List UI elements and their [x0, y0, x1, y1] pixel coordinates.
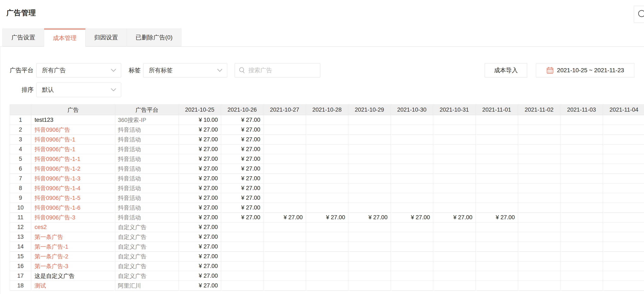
ad-name-link[interactable]: 抖音0906广告-1-6 [34, 205, 80, 211]
tab-4[interactable]: 已删除广告(0) [127, 29, 181, 46]
cost-cell [264, 154, 306, 164]
cost-cell [560, 242, 603, 252]
table-row: 7抖音0906广告-1-3抖音活动¥ 27.00¥ 27.00 [10, 174, 644, 183]
ad-platform-cell: 自定义广告 [116, 271, 178, 281]
ad-name-link[interactable]: 抖音0906广告-1-2 [34, 166, 80, 172]
row-index: 12 [10, 222, 31, 232]
cost-cell: ¥ 27.00 [178, 164, 221, 174]
cost-cell [476, 261, 518, 271]
ad-name-link[interactable]: 测试 [34, 283, 46, 289]
ad-name-cell: 抖音0906广告-3 [31, 213, 116, 222]
tab-1[interactable]: 广告设置 [2, 29, 44, 46]
cost-cell [391, 183, 433, 193]
row-index: 13 [10, 232, 31, 242]
cost-cell [560, 145, 603, 154]
ad-name-link[interactable]: 抖音0906广告 [34, 127, 70, 133]
cost-cell [348, 164, 391, 174]
cost-cell [306, 242, 348, 252]
tag-select[interactable]: 所有标签 [143, 63, 228, 78]
cost-cell [518, 174, 560, 183]
cost-cell [560, 164, 603, 174]
row-index: 2 [10, 125, 31, 135]
ad-name-cell: 抖音0906广告-1-3 [31, 174, 116, 183]
ad-platform-cell: 抖音活动 [116, 135, 178, 145]
ad-name-link[interactable]: 第一条广告-3 [34, 263, 68, 270]
ad-name-link[interactable]: 第一条广告-1 [34, 244, 68, 250]
cost-table: 广告广告平台2021-10-252021-10-262021-10-272021… [10, 104, 644, 291]
row-index: 3 [10, 135, 31, 145]
cost-cell [518, 154, 560, 164]
page-title: 广告管理 [6, 8, 36, 18]
ad-name-link[interactable]: 第一条广告-2 [34, 253, 68, 260]
cost-cell: ¥ 27.00 [178, 154, 221, 164]
cost-cell [306, 174, 348, 183]
cost-cell [518, 281, 560, 291]
cost-cell [476, 115, 518, 125]
cost-cell [348, 183, 391, 193]
cost-cell [264, 271, 306, 281]
ad-name-cell: 抖音0906广告-1-4 [31, 183, 116, 193]
cost-cell: ¥ 27.00 [221, 115, 264, 125]
row-index: 9 [10, 193, 31, 203]
ad-name-link[interactable]: 抖音0906广告-1-1 [34, 156, 80, 162]
cost-cell [306, 125, 348, 135]
row-index: 4 [10, 145, 31, 154]
cost-cell [306, 203, 348, 213]
row-index: 5 [10, 154, 31, 164]
cost-cell [603, 164, 644, 174]
ad-search-input[interactable] [248, 67, 312, 74]
global-search-button[interactable] [634, 6, 644, 23]
cost-cell [391, 193, 433, 203]
ad-search-box[interactable] [234, 63, 320, 78]
cost-cell: ¥ 27.00 [221, 145, 264, 154]
ad-name-cell: 抖音0906广告-1 [31, 145, 116, 154]
search-icon [239, 67, 246, 74]
cost-cell [264, 242, 306, 252]
platform-select[interactable]: 所有广告 [36, 63, 121, 78]
cost-cell [560, 183, 603, 193]
cost-cell: ¥ 27.00 [264, 213, 306, 222]
cost-cell [433, 183, 476, 193]
cost-cell [433, 193, 476, 203]
ad-name-link[interactable]: 抖音0906广告-3 [34, 214, 75, 221]
ad-name-link[interactable]: 第一条广告 [34, 234, 63, 240]
tab-2[interactable]: 成本管理 [44, 29, 86, 47]
cost-cell [264, 222, 306, 232]
ad-name-link[interactable]: 抖音0906广告-1-4 [34, 185, 80, 191]
ad-name-link[interactable]: 抖音0906广告-1 [34, 137, 75, 143]
cost-cell: ¥ 27.00 [178, 252, 221, 261]
ad-name-link[interactable]: 抖音0906广告-1-3 [34, 175, 80, 182]
cost-cell [518, 125, 560, 135]
cost-cell [348, 232, 391, 242]
cost-cell [348, 242, 391, 252]
cost-cell [518, 213, 560, 222]
cost-cell [433, 135, 476, 145]
cost-cell [518, 261, 560, 271]
cost-cell [306, 135, 348, 145]
cost-cell [603, 145, 644, 154]
cost-cell [306, 145, 348, 154]
cost-cell [221, 271, 264, 281]
cost-cell [603, 193, 644, 203]
date-range-picker[interactable]: 2021-10-25 ~ 2021-11-23 [536, 63, 634, 78]
row-index: 7 [10, 174, 31, 183]
column-header: 2021-10-31 [433, 105, 476, 115]
ad-name-link[interactable]: 抖音0906广告-1 [34, 146, 75, 152]
content-panel: 广告平台 所有广告 标签 所有标签 成本导入 [0, 47, 644, 294]
ad-name-link[interactable]: 抖音0906广告-1-5 [34, 195, 80, 201]
ad-name-link[interactable]: ces2 [34, 224, 47, 230]
table-header-row: 广告广告平台2021-10-252021-10-262021-10-272021… [10, 105, 644, 115]
row-index: 16 [10, 261, 31, 271]
cost-cell [518, 135, 560, 145]
cost-cell [264, 135, 306, 145]
tab-3[interactable]: 归因设置 [86, 29, 127, 46]
cost-import-button[interactable]: 成本导入 [485, 63, 527, 78]
tab-bar: 广告设置成本管理归因设置已删除广告(0) [0, 29, 644, 47]
cost-cell [433, 203, 476, 213]
sort-select[interactable]: 默认 [36, 83, 121, 97]
ad-platform-cell: 抖音活动 [116, 154, 178, 164]
column-header: 2021-10-29 [348, 105, 391, 115]
table-row: 12ces2自定义广告¥ 27.00 [10, 222, 644, 232]
sort-select-value: 默认 [42, 86, 54, 94]
table-row: 15第一条广告-2自定义广告¥ 27.00 [10, 252, 644, 261]
